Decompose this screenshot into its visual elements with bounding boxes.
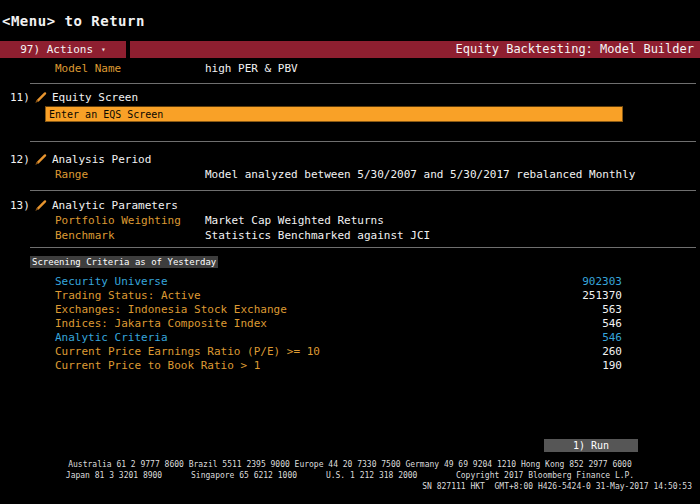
screening-row-label: Exchanges: Indonesia Stock Exchange (30, 303, 287, 317)
edit-pencil-icon (34, 152, 48, 166)
analytic-parameter-rows: Portfolio Weighting Market Cap Weighted … (55, 214, 655, 244)
bloomberg-terminal-screen: <Menu> to Return 97) Actions ▾ Equity Ba… (0, 0, 700, 504)
divider (30, 83, 696, 84)
screening-criteria-list: Security Universe 902303 Trading Status:… (30, 275, 622, 373)
range-label: Range (55, 168, 205, 182)
screening-row-indices[interactable]: Indices: Jakarta Composite Index 546 (30, 317, 622, 331)
screening-row-value: 563 (602, 303, 622, 317)
section-title: Analysis Period (52, 153, 151, 166)
section-analysis-period[interactable]: 12) Analysis Period (10, 152, 151, 166)
footer: Australia 61 2 9777 8600 Brazil 5511 239… (0, 459, 700, 492)
section-analytic-parameters[interactable]: 13) Analytic Parameters (10, 198, 178, 212)
portfolio-weighting-value[interactable]: Market Cap Weighted Returns (205, 214, 384, 229)
model-name-label: Model Name (55, 62, 205, 76)
page-title: Equity Backtesting: Model Builder (456, 41, 694, 58)
screening-row-label: Analytic Criteria (30, 331, 168, 345)
footer-session-info: SN 827111 HKT GMT+8:00 H426-5424-0 31-Ma… (0, 481, 700, 492)
screening-row-trading-status[interactable]: Trading Status: Active 251370 (30, 289, 622, 303)
edit-pencil-icon (34, 90, 48, 104)
screening-row-label: Indices: Jakarta Composite Index (30, 317, 267, 331)
section-number: 11) (10, 91, 30, 104)
title-bar: 97) Actions ▾ Equity Backtesting: Model … (0, 41, 700, 58)
screening-row-exchanges[interactable]: Exchanges: Indonesia Stock Exchange 563 (30, 303, 622, 317)
screening-row-value: 546 (602, 331, 622, 345)
screening-row-label: Current Price to Book Ratio > 1 (30, 359, 260, 373)
footer-phone-line-2: Japan 81 3 3201 8900 Singapore 65 6212 1… (0, 470, 700, 481)
portfolio-weighting-row: Portfolio Weighting Market Cap Weighted … (55, 214, 655, 229)
screening-row-pb-ratio[interactable]: Current Price to Book Ratio > 1 190 (30, 359, 622, 373)
edit-pencil-icon (34, 198, 48, 212)
eqs-screen-input[interactable] (45, 106, 623, 122)
screening-row-pe-ratio[interactable]: Current Price Earnings Ratio (P/E) >= 10… (30, 345, 622, 359)
section-title: Analytic Parameters (52, 199, 178, 212)
screening-row-value: 260 (602, 345, 622, 359)
range-value[interactable]: Model analyzed between 5/30/2007 and 5/3… (205, 168, 635, 182)
screening-row-value: 902303 (582, 275, 622, 289)
benchmark-row: Benchmark Statistics Benchmarked against… (55, 229, 655, 244)
section-title: Equity Screen (52, 91, 138, 104)
screening-row-label: Current Price Earnings Ratio (P/E) >= 10 (30, 345, 320, 359)
screening-row-analytic-criteria[interactable]: Analytic Criteria 546 (30, 331, 622, 345)
benchmark-value[interactable]: Statistics Benchmarked against JCI (205, 229, 430, 244)
footer-phone-line-1: Australia 61 2 9777 8600 Brazil 5511 239… (0, 459, 700, 470)
screening-criteria-header: Screening Criteria as of Yesterday (30, 256, 218, 268)
screening-row-label: Security Universe (30, 275, 168, 289)
screening-row-label: Trading Status: Active (30, 289, 201, 303)
range-row: Range Model analyzed between 5/30/2007 a… (55, 168, 635, 182)
screening-row-value: 190 (602, 359, 622, 373)
divider (30, 247, 696, 248)
divider (30, 190, 696, 191)
screening-row-security-universe[interactable]: Security Universe 902303 (30, 275, 622, 289)
divider (30, 141, 696, 142)
section-equity-screen[interactable]: 11) Equity Screen (10, 90, 138, 104)
actions-button-label: 97) Actions (20, 43, 93, 56)
model-name-value[interactable]: high PER & PBV (205, 62, 298, 76)
section-number: 13) (10, 199, 30, 212)
model-name-row: Model Name high PER & PBV (55, 62, 298, 76)
screening-row-value: 251370 (582, 289, 622, 303)
menu-return-hint[interactable]: <Menu> to Return (2, 13, 145, 29)
screening-row-value: 546 (602, 317, 622, 331)
chevron-down-icon: ▾ (101, 46, 106, 54)
actions-menu-button[interactable]: 97) Actions ▾ (0, 41, 130, 58)
run-button[interactable]: 1) Run (544, 439, 638, 452)
benchmark-label: Benchmark (55, 229, 205, 244)
portfolio-weighting-label: Portfolio Weighting (55, 214, 205, 229)
section-number: 12) (10, 153, 30, 166)
